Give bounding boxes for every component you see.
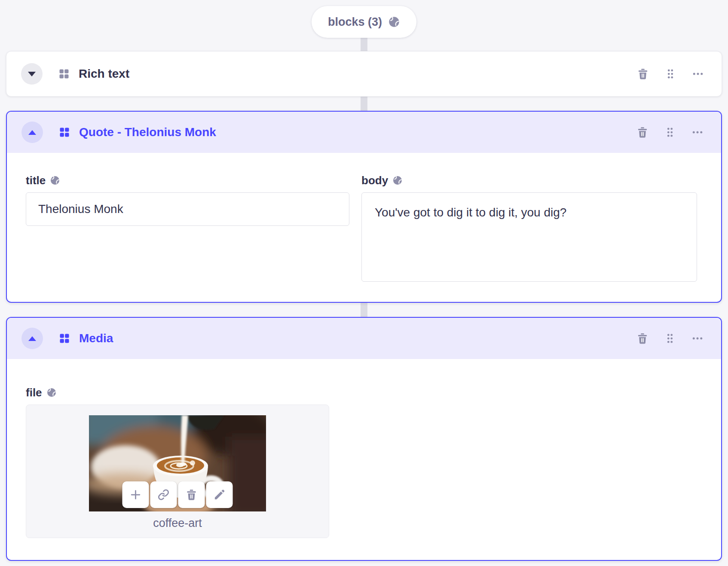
- body-field: body You've got to dig it to dig it, you…: [361, 173, 697, 282]
- drag-block-handle[interactable]: [663, 125, 677, 140]
- file-field-label: file: [26, 386, 42, 399]
- block-quote-body: title body You've got to dig it to dig i…: [7, 153, 721, 282]
- block-rich-text: Rich text: [6, 51, 722, 97]
- delete-media-button[interactable]: [178, 481, 205, 508]
- block-more-button[interactable]: [690, 331, 705, 346]
- title-input[interactable]: [26, 192, 349, 226]
- chevron-up-icon: [28, 130, 36, 135]
- expand-block-button[interactable]: [21, 63, 43, 85]
- block-title: Quote - Thelonius Monk: [79, 125, 216, 139]
- block-quote-header[interactable]: Quote - Thelonius Monk: [7, 112, 721, 153]
- block-media-body: file: [7, 359, 721, 538]
- collapse-block-button[interactable]: [21, 122, 43, 143]
- media-file-name: coffee-art: [26, 517, 329, 530]
- block-more-button[interactable]: [691, 67, 705, 81]
- body-field-label: body: [361, 173, 388, 187]
- globe-icon: [392, 175, 403, 186]
- block-more-button[interactable]: [690, 125, 705, 140]
- drag-block-handle[interactable]: [663, 67, 678, 81]
- collapse-block-button[interactable]: [21, 328, 43, 349]
- drag-handle-dots-icon: [664, 126, 676, 139]
- title-field: title: [26, 173, 349, 282]
- delete-block-button[interactable]: [635, 125, 650, 140]
- trash-icon: [636, 332, 649, 345]
- globe-icon: [388, 16, 400, 28]
- link-icon: [157, 488, 170, 501]
- block-title: Rich text: [79, 67, 129, 81]
- block-title: Media: [79, 332, 113, 345]
- plus-icon: [129, 488, 142, 501]
- trash-icon: [636, 126, 649, 139]
- title-field-label: title: [26, 173, 46, 187]
- body-textarea[interactable]: You've got to dig it to dig it, you dig?: [361, 192, 697, 282]
- delete-block-button[interactable]: [635, 331, 650, 346]
- block-actions: [635, 331, 705, 346]
- component-grid-icon: [58, 68, 70, 80]
- trash-icon: [636, 67, 649, 80]
- media-action-toolbar: [122, 481, 233, 508]
- globe-icon: [50, 175, 60, 186]
- component-grid-icon: [58, 126, 70, 138]
- block-actions: [636, 67, 705, 81]
- trash-icon: [185, 488, 198, 501]
- drag-handle-dots-icon: [664, 332, 676, 345]
- drag-handle-dots-icon: [664, 67, 677, 80]
- block-quote: Quote - Thelonius Monk title body: [6, 111, 722, 303]
- block-media: Media file: [6, 317, 722, 561]
- copy-link-button[interactable]: [150, 481, 177, 508]
- add-media-button[interactable]: [122, 481, 149, 508]
- component-grid-icon: [58, 332, 70, 344]
- chevron-up-icon: [28, 336, 36, 341]
- block-actions: [635, 125, 705, 140]
- chevron-down-icon: [28, 72, 36, 76]
- block-rich-text-header[interactable]: Rich text: [6, 52, 722, 96]
- drag-block-handle[interactable]: [663, 331, 677, 346]
- edit-media-button[interactable]: [206, 481, 233, 508]
- dynamic-zone-editor: blocks (3) Rich text Quote - Thelonius M…: [0, 0, 728, 566]
- ellipsis-icon: [691, 332, 704, 345]
- pencil-icon: [213, 488, 226, 501]
- ellipsis-icon: [691, 126, 704, 139]
- block-media-header[interactable]: Media: [7, 318, 721, 359]
- media-file-card: coffee-art: [26, 405, 329, 538]
- blocks-field-label: blocks (3): [328, 15, 382, 29]
- globe-icon: [46, 387, 57, 398]
- blocks-field-pill: blocks (3): [312, 6, 416, 38]
- delete-block-button[interactable]: [636, 67, 650, 81]
- ellipsis-icon: [691, 67, 704, 80]
